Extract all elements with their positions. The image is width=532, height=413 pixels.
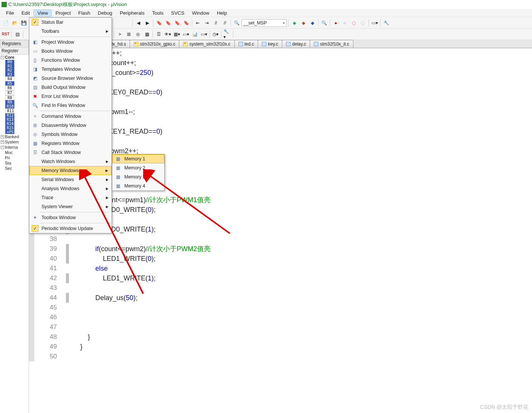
mem-icon[interactable]: ▦▾ xyxy=(173,30,181,38)
tree-node-sec[interactable]: Sec xyxy=(0,166,29,171)
memory-1[interactable]: ▦Memory 1 xyxy=(112,154,164,163)
tree-node-banked[interactable]: +Banked xyxy=(0,134,29,139)
memory-windows-submenu[interactable]: ▦Memory 1▦Memory 2▦Memory 3▦Memory 4 xyxy=(112,154,165,191)
register-R5[interactable]: R5 xyxy=(5,81,14,85)
code-line-38[interactable]: 38 xyxy=(29,234,532,244)
tab-stm32f10x_gpio-c[interactable]: stm32f10x_gpio.c xyxy=(130,40,179,48)
register-xPS[interactable]: xPS xyxy=(5,130,14,134)
register-R9[interactable]: R9 xyxy=(5,100,14,104)
bookmark-icon[interactable]: 🔖 xyxy=(155,19,163,27)
register-R1[interactable]: R1 xyxy=(5,64,14,68)
serial-icon[interactable]: ▭▾ xyxy=(182,30,190,38)
view-symbols-window[interactable]: ◎Symbols Window xyxy=(29,130,112,139)
view-toolbox-window[interactable]: ✦Toolbox Window xyxy=(29,213,112,222)
tree-node-interna[interactable]: −Interna xyxy=(0,145,29,150)
view-serial-windows[interactable]: Serial Windows▶ xyxy=(29,175,112,184)
configure-icon[interactable]: 🔧 xyxy=(382,19,390,27)
view-templates-window[interactable]: ◨Templates Window xyxy=(29,65,112,74)
menu-view[interactable]: View xyxy=(34,9,52,17)
register-R13[interactable]: R13 xyxy=(5,117,14,122)
tree-node-pri[interactable]: Pri xyxy=(0,155,29,160)
memory-3[interactable]: ▦Memory 3 xyxy=(112,172,164,181)
menu-peripherals[interactable]: Peripherals xyxy=(116,9,148,17)
view-command-window[interactable]: >Command Window xyxy=(29,112,112,121)
outdent-icon[interactable]: ⇤ xyxy=(194,19,202,27)
bp-killall-icon[interactable]: ◌ xyxy=(359,19,367,27)
menu-flash[interactable]: Flash xyxy=(75,9,94,17)
find-icon[interactable]: 🔍 xyxy=(232,19,241,27)
nav-fwd-icon[interactable]: ▶ xyxy=(143,19,151,27)
view-disassembly-window[interactable]: ⊞Disassembly Window xyxy=(29,121,112,130)
register-R4[interactable]: R4 xyxy=(5,76,14,81)
nav-back-icon[interactable]: ◀ xyxy=(134,19,142,27)
view-project-window[interactable]: ◧Project Window xyxy=(29,38,112,47)
view-call-stack-window[interactable]: ☰Call Stack Window xyxy=(29,148,112,157)
view-system-viewer[interactable]: System Viewer▶ xyxy=(29,202,112,211)
view-menu-dropdown[interactable]: ✓Status BarToolbars▶◧Project Window▭Book… xyxy=(29,17,112,233)
comment-icon[interactable]: // xyxy=(212,19,220,27)
callstack-icon[interactable]: ☰ xyxy=(154,30,163,38)
tree-node-system[interactable]: +System xyxy=(0,139,29,145)
analysis-icon[interactable]: 📊 xyxy=(191,30,199,38)
code-line-40[interactable]: 40 LED1_WRITE(0); xyxy=(29,254,532,264)
tab-system_stm32f10x-c[interactable]: system_stm32f10x.c xyxy=(179,40,234,48)
view-analysis-windows[interactable]: Analysis Windows▶ xyxy=(29,184,112,193)
run-icon[interactable]: ▤ xyxy=(13,30,21,38)
window-icon[interactable]: ▭▾ xyxy=(370,19,379,27)
code-line-44[interactable]: 44 Delay_us(50); xyxy=(29,293,532,303)
tab-stm32f10x_it-c[interactable]: stm32f10x_it.c xyxy=(310,40,353,48)
bookmark2-icon[interactable]: 🔖 xyxy=(164,19,172,27)
debug-icon[interactable]: 🔍 xyxy=(320,19,328,27)
code-line-39[interactable]: 39 if(count<=pwm2)//计次小于PWM2值亮 xyxy=(29,244,532,254)
code-line-46[interactable]: 46 xyxy=(29,312,532,322)
menu-tools[interactable]: Tools xyxy=(148,9,167,17)
new-file-icon[interactable]: 📄 xyxy=(2,19,10,27)
menu-svcs[interactable]: SVCS xyxy=(167,9,188,17)
disasm-icon[interactable]: ⊞ xyxy=(125,30,133,38)
code-line-42[interactable]: 42 LED1_WRITE(1); xyxy=(29,273,532,283)
tree-node-sta[interactable]: Sta xyxy=(0,160,29,166)
menu-edit[interactable]: Edit xyxy=(18,9,34,17)
pe-icon[interactable]: ◆ xyxy=(290,19,298,27)
view-find-in-files-window[interactable]: 🔍Find In Files Window xyxy=(29,101,112,110)
save-icon[interactable]: 💾 xyxy=(20,19,28,27)
reg-icon[interactable]: ▦ xyxy=(143,30,151,38)
register-R3[interactable]: R3 xyxy=(5,72,14,76)
register-R7[interactable]: R7 xyxy=(5,90,14,95)
memory-2[interactable]: ▦Memory 2 xyxy=(112,163,164,172)
tools-icon[interactable]: 🔧▾ xyxy=(223,30,231,38)
bookmark3-icon[interactable]: 🔖 xyxy=(173,19,181,27)
register-R0[interactable]: R0 xyxy=(5,60,14,64)
view-periodic-window-update[interactable]: ✓Periodic Window Update xyxy=(29,224,112,233)
indent-icon[interactable]: ⇥ xyxy=(203,19,211,27)
sys-icon[interactable]: ◷▾ xyxy=(211,30,220,38)
view-toolbars[interactable]: Toolbars▶ xyxy=(29,27,112,36)
bookmark4-icon[interactable]: 🔖 xyxy=(182,19,190,27)
tree-node-moc[interactable]: Moc xyxy=(0,150,29,155)
pe3-icon[interactable]: ◆ xyxy=(308,19,316,27)
uncomment-icon[interactable]: // xyxy=(221,19,229,27)
code-line-50[interactable]: 50 xyxy=(29,352,532,361)
view-source-browser-window[interactable]: ◩Source Browser Window xyxy=(29,74,112,83)
bp-disable-icon[interactable]: ○ xyxy=(341,19,349,27)
view-memory-windows[interactable]: Memory Windows▶ xyxy=(29,166,112,175)
tab-delay-c[interactable]: delay.c xyxy=(282,40,310,48)
view-registers-window[interactable]: ▦Registers Window xyxy=(29,139,112,148)
view-status-bar[interactable]: ✓Status Bar xyxy=(29,18,112,27)
view-trace[interactable]: Trace▶ xyxy=(29,193,112,202)
code-line-47[interactable]: 47 xyxy=(29,322,532,332)
rst-icon[interactable]: RST xyxy=(2,30,10,38)
trace-icon[interactable]: ▭▾ xyxy=(200,30,208,38)
code-line-45[interactable]: 45 xyxy=(29,303,532,312)
tab-led-c[interactable]: led.c xyxy=(234,40,258,48)
view-build-output-window[interactable]: ▤Build Output Window xyxy=(29,83,112,92)
memory-4[interactable]: ▦Memory 4 xyxy=(112,181,164,190)
view-functions-window[interactable]: {}Functions Window xyxy=(29,56,112,65)
register-R6[interactable]: R6 xyxy=(5,85,14,90)
code-line-49[interactable]: 49 } xyxy=(29,342,532,352)
register-R11[interactable]: R11 xyxy=(5,108,14,113)
core-node[interactable]: −Core xyxy=(0,55,29,60)
code-line-43[interactable]: 43 xyxy=(29,283,532,293)
sym-icon[interactable]: ◎ xyxy=(134,30,142,38)
code-line-41[interactable]: 41 else xyxy=(29,264,532,273)
